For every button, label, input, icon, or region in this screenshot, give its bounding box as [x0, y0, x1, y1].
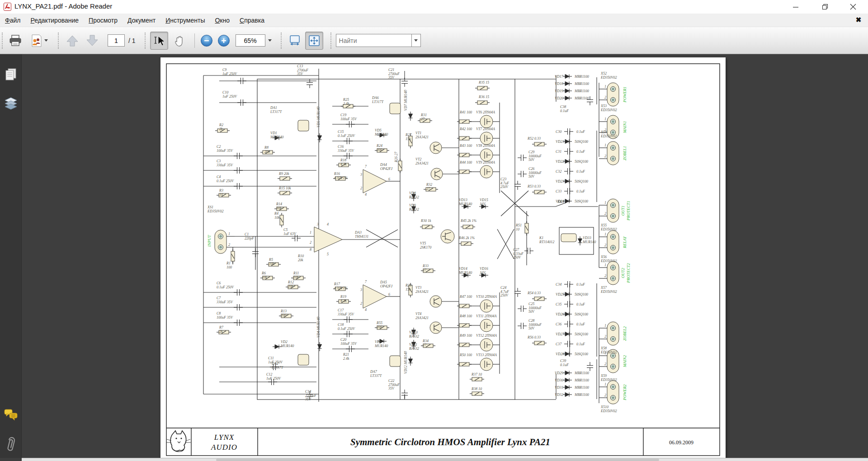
arrow-up-icon: [66, 34, 79, 47]
search-input[interactable]: [336, 34, 412, 47]
create-pdf-button[interactable]: [26, 32, 51, 50]
select-tool-button[interactable]: [150, 32, 168, 50]
svg-text:VD10BAS32: VD10BAS32: [409, 330, 419, 339]
svg-text:3: 3: [360, 173, 362, 177]
svg-text:X52ED350V02: X52ED350V02: [600, 71, 617, 80]
previous-page-button[interactable]: [63, 32, 81, 50]
close-document-icon[interactable]: ✖: [854, 16, 863, 24]
svg-text:X56ED350V02: X56ED350V02: [600, 255, 617, 263]
svg-text:0.1uF: 0.1uF: [576, 130, 585, 134]
svg-text:C37: C37: [556, 342, 562, 346]
menu-view[interactable]: Просмотр: [84, 14, 123, 27]
svg-text:C33: C33: [556, 189, 561, 193]
svg-text:2: 2: [228, 243, 230, 247]
toolbar-grip[interactable]: [330, 33, 332, 49]
attachments-panel-icon[interactable]: [4, 434, 18, 454]
svg-text:C2510000uF50V: C2510000uF50V: [528, 302, 542, 314]
fit-width-button[interactable]: [286, 32, 303, 50]
svg-text:RELAY: RELAY: [623, 236, 627, 249]
svg-text:1: 1: [604, 85, 606, 89]
svg-text:VD2MUR140: VD2MUR140: [280, 340, 294, 348]
svg-text:VD28: VD28: [556, 352, 564, 356]
drawing-frame: [166, 64, 720, 456]
brand-line2: AUDIO: [211, 443, 237, 452]
chevron-down-icon: [268, 39, 272, 42]
svg-text:2: 2: [604, 154, 606, 158]
next-page-button[interactable]: [83, 32, 101, 50]
horizontal-scrollbar[interactable]: [22, 458, 868, 461]
toolbar-grip[interactable]: [281, 33, 283, 49]
svg-text:C51uF 63V: C51uF 63V: [283, 228, 297, 236]
svg-text:R26 27: R26 27: [394, 151, 398, 163]
schematic-title: Symmetric Circlotron HMOS Amplifier Lynx…: [350, 437, 550, 447]
toolbar-grip[interactable]: [145, 33, 146, 49]
svg-text:VT11 2П904А: VT11 2П904А: [476, 314, 497, 318]
pages-panel-icon[interactable]: [4, 67, 18, 81]
window-title: LYNX_PA21.pdf - Adobe Reader: [14, 2, 112, 10]
svg-text:50SQ100: 50SQ100: [575, 292, 588, 296]
search-dropdown[interactable]: [412, 34, 421, 47]
layers-panel-icon[interactable]: [4, 96, 18, 110]
svg-text:1: 1: [228, 232, 230, 236]
toolbar-grip[interactable]: [2, 33, 4, 49]
page-number-input[interactable]: [108, 35, 124, 46]
comments-panel-icon[interactable]: [4, 408, 18, 422]
hand-tool-button[interactable]: [170, 32, 188, 50]
svg-text:VT9 2П904А: VT9 2П904А: [476, 160, 495, 165]
chevron-down-icon: [414, 39, 418, 42]
restore-button[interactable]: [815, 0, 835, 14]
svg-text:6: 6: [388, 177, 390, 181]
print-button[interactable]: [6, 32, 24, 50]
svg-text:2: 2: [604, 95, 606, 99]
menu-document[interactable]: Документ: [123, 14, 160, 27]
menu-tools[interactable]: Инструменты: [160, 14, 210, 27]
svg-text:PROTECT1: PROTECT1: [626, 201, 631, 221]
zoom-out-button[interactable]: [198, 32, 215, 50]
schematic-content: 12121212121212121212C91uF 250VC132700uF3…: [203, 64, 631, 413]
menu-window[interactable]: Окно: [210, 14, 235, 27]
svg-text:R610k: R610k: [261, 271, 267, 279]
minimize-button[interactable]: [785, 0, 806, 14]
svg-text:MBR1100: MBR1100: [574, 371, 589, 375]
svg-text:R1430k: R1430k: [276, 202, 282, 210]
svg-text:C8100uF 35V: C8100uF 35V: [217, 311, 233, 320]
svg-text:R8200: R8200: [264, 146, 270, 154]
zoom-level-dropdown[interactable]: [265, 34, 274, 47]
menu-edit[interactable]: Редактирование: [25, 14, 84, 27]
svg-text:VD18: VD18: [555, 82, 563, 86]
menu-help[interactable]: Справка: [235, 14, 269, 27]
svg-text:VD1616V: VD1616V: [480, 267, 488, 275]
svg-text:VD17: VD17: [555, 75, 564, 79]
svg-text:C20100uF 35V: C20100uF 35V: [340, 338, 357, 346]
svg-text:R1100: R1100: [226, 261, 232, 269]
svg-text:ZOBEL1: ZOBEL1: [623, 146, 627, 160]
scrollbar-thumb[interactable]: [216, 459, 659, 461]
page-number-box: [108, 34, 125, 47]
svg-text:R47 100: R47 100: [459, 295, 472, 299]
zoom-in-button[interactable]: [216, 32, 232, 50]
svg-text:MAIN1: MAIN1: [623, 121, 627, 134]
svg-text:C3330uF 35V: C3330uF 35V: [216, 159, 233, 167]
fit-width-icon: [289, 35, 301, 47]
svg-text:C60.1uF 250V: C60.1uF 250V: [217, 281, 234, 289]
close-button[interactable]: [843, 0, 863, 14]
svg-text:C91uF 250V: C91uF 250V: [222, 68, 237, 76]
svg-text:DA3THS4131: DA3THS4131: [354, 230, 368, 239]
svg-text:POWER1: POWER1: [623, 87, 627, 103]
svg-text:PROTECT2: PROTECT2: [626, 263, 631, 283]
svg-text:2: 2: [604, 334, 606, 339]
svg-text:C222700uF35V: C222700uF35V: [388, 379, 400, 390]
svg-text:C121uF 250V: C121uF 250V: [266, 372, 281, 381]
svg-text:C132700uF35V: C132700uF35V: [297, 64, 308, 76]
menu-file[interactable]: Файл: [0, 14, 25, 27]
svg-text:DA5OP42FJ: DA5OP42FJ: [380, 280, 393, 288]
svg-text:C30: C30: [556, 130, 561, 134]
zoom-level-value[interactable]: 65%: [236, 34, 265, 47]
svg-text:0.1uF: 0.1uF: [576, 342, 585, 346]
toolbar-grip[interactable]: [58, 33, 60, 49]
svg-text:C270.33uF250V: C270.33uF250V: [513, 248, 524, 259]
svg-text:C244.7uF250V: C244.7uF250V: [500, 286, 509, 297]
svg-text:C32: C32: [556, 169, 561, 174]
svg-text:C180.1uF 250V: C180.1uF 250V: [338, 323, 355, 331]
fit-page-button[interactable]: [305, 32, 323, 50]
